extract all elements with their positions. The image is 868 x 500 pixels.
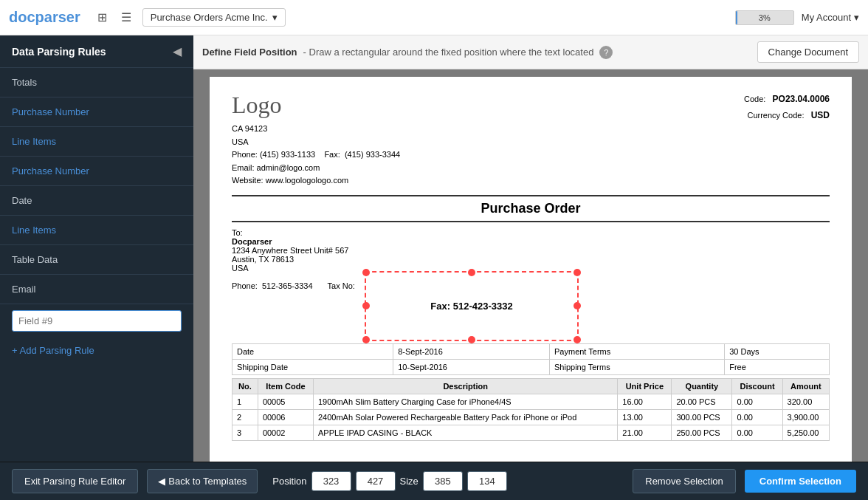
content-area: Define Field Position - Draw a rectangul…: [193, 35, 868, 462]
handle-tl[interactable]: [362, 269, 370, 276]
handle-tm[interactable]: [468, 269, 475, 276]
position-x-input[interactable]: [311, 471, 351, 491]
sidebar-item-label: Totals: [12, 77, 37, 88]
doc-taxno: Tax No:: [328, 281, 355, 338]
purchase-order-title: Purchase Order: [232, 195, 830, 222]
sidebar-item-label: Date: [12, 195, 32, 206]
doc-code-value: PO23.04.0006: [773, 94, 830, 104]
chevron-left-icon: ◀: [158, 476, 165, 487]
doc-addr-ca: CA 94123: [232, 123, 400, 136]
table-row: Shipping Date 10-Sept-2016 Shipping Term…: [232, 359, 830, 374]
sidebar-item-label: Line Items: [12, 136, 56, 147]
sidebar-item-date[interactable]: Date: [0, 186, 193, 216]
handle-tr[interactable]: [574, 269, 581, 276]
position-y-input[interactable]: [356, 471, 396, 491]
sidebar-title: Data Parsing Rules: [12, 46, 106, 58]
handle-mr[interactable]: [574, 302, 581, 309]
handle-ml[interactable]: [362, 302, 370, 309]
position-label: Position: [272, 476, 306, 487]
doc-to: To: Docparser 1234 Anywhere Street Unit#…: [232, 228, 830, 273]
doc-phone: Phone: (415) 933-1133 Fax: (415) 933-334…: [232, 148, 400, 162]
selection-text: Fax: 512-423-3332: [430, 301, 512, 312]
exit-parsing-rule-editor-button[interactable]: Exit Parsing Rule Editor: [12, 469, 138, 493]
doc-phone2: Phone: 512-365-3334: [232, 281, 313, 338]
menu-icon[interactable]: ☰: [119, 10, 134, 25]
sidebar-item-purchase-number-1[interactable]: Purchase Number: [0, 97, 193, 127]
doc-website: Website: www.logologologo.com: [232, 174, 400, 188]
doc-currency-value: USD: [811, 110, 830, 120]
confirm-selection-button[interactable]: Confirm Selection: [745, 470, 856, 493]
bottom-bar: Exit Parsing Rule Editor ◀ Back to Templ…: [0, 462, 868, 500]
doc-address: CA 94123 USA Phone: (415) 933-1133 Fax: …: [232, 123, 400, 188]
selection-box[interactable]: Fax: 512-423-3332: [365, 271, 579, 341]
back-to-templates-button[interactable]: ◀ Back to Templates: [147, 469, 258, 493]
table-row: 3 00002 APPLE IPAD CASING - BLACK 21.00 …: [232, 425, 830, 440]
sidebar-item-label: Purchase Number: [12, 106, 89, 117]
doc-email: Email: admin@logo.com: [232, 162, 400, 175]
sidebar-collapse-icon[interactable]: ◀: [173, 44, 182, 58]
sidebar-item-totals[interactable]: Totals: [0, 68, 193, 97]
sidebar-item-label: Line Items: [12, 225, 56, 236]
table-header-row: No. Item Code Description Unit Price Qua…: [232, 378, 830, 394]
sidebar-item-label: Table Data: [12, 254, 58, 265]
my-account-menu[interactable]: My Account ▾: [802, 12, 859, 23]
doc-code-row: Code: PO23.04.0006: [744, 92, 830, 108]
doc-logo: Logo: [232, 92, 400, 119]
back-label: Back to Templates: [168, 476, 247, 487]
progress-bar: 3%: [735, 10, 794, 25]
change-document-button[interactable]: Change Document: [757, 41, 859, 63]
workspace-dropdown[interactable]: Purchase Orders Acme Inc. ▾: [142, 8, 286, 27]
add-parsing-rule-button[interactable]: + Add Parsing Rule: [0, 338, 193, 363]
sidebar: Data Parsing Rules ◀ Totals Purchase Num…: [0, 35, 193, 462]
define-field-bar: Define Field Position - Draw a rectangul…: [193, 35, 868, 69]
progress-label: 3%: [736, 11, 793, 24]
document-preview[interactable]: Logo CA 94123 USA Phone: (415) 933-1133 …: [193, 69, 868, 462]
position-group: Position Size: [272, 471, 507, 491]
field-name-input[interactable]: [12, 310, 182, 332]
define-bar-description: - Draw a rectangular around the fixed po…: [303, 47, 594, 58]
my-account-label: My Account: [802, 12, 851, 23]
sidebar-item-label: Purchase Number: [12, 165, 89, 177]
workspace-label: Purchase Orders Acme Inc.: [151, 12, 268, 23]
remove-selection-button[interactable]: Remove Selection: [633, 469, 736, 493]
doc-info-table: Date 8-Sept-2016 Payment Terms 30 Days S…: [232, 343, 830, 375]
main-layout: Data Parsing Rules ◀ Totals Purchase Num…: [0, 35, 868, 462]
topbar: docparser ⊞ ☰ Purchase Orders Acme Inc. …: [0, 0, 868, 35]
help-icon[interactable]: ?: [599, 46, 613, 59]
sidebar-item-line-items-1[interactable]: Line Items: [0, 127, 193, 157]
document-content: Logo CA 94123 USA Phone: (415) 933-1133 …: [210, 77, 852, 462]
topbar-right: 3% My Account ▾: [735, 10, 859, 25]
logo-parser: parser: [35, 9, 80, 25]
handle-bm[interactable]: [468, 336, 475, 343]
doc-contact-row: Phone: 512-365-3334 Tax No:: [232, 278, 830, 338]
size-height-input[interactable]: [467, 471, 507, 491]
table-row: 2 00006 2400mAh Solar Powered Rechargeab…: [232, 409, 830, 425]
sidebar-item-label: Email: [12, 284, 36, 295]
sidebar-header: Data Parsing Rules ◀: [0, 35, 193, 68]
table-row: 1 00005 1900mAh Slim Battery Charging Ca…: [232, 394, 830, 409]
handle-br[interactable]: [574, 336, 581, 343]
sidebar-item-email[interactable]: Email: [0, 275, 193, 304]
sidebar-field-input-container: [0, 304, 193, 338]
grid-icon[interactable]: ⊞: [95, 10, 110, 25]
doc-header: Logo CA 94123 USA Phone: (415) 933-1133 …: [232, 92, 830, 188]
chevron-down-icon: ▾: [272, 12, 278, 23]
logo: docparser: [9, 9, 80, 26]
size-label: Size: [400, 476, 418, 487]
handle-bl[interactable]: [362, 336, 370, 343]
doc-codes: Code: PO23.04.0006 Currency Code: USD: [744, 92, 830, 188]
table-row: Date 8-Sept-2016 Payment Terms 30 Days: [232, 343, 830, 359]
define-bar-title: Define Field Position: [202, 47, 297, 58]
logo-doc: doc: [9, 9, 35, 25]
doc-currency-row: Currency Code: USD: [744, 108, 830, 124]
doc-addr-usa: USA: [232, 136, 400, 149]
sidebar-item-line-items-2[interactable]: Line Items: [0, 216, 193, 245]
line-items-table: No. Item Code Description Unit Price Qua…: [232, 378, 830, 441]
sidebar-item-purchase-number-2[interactable]: Purchase Number: [0, 157, 193, 186]
sidebar-item-table-data[interactable]: Table Data: [0, 245, 193, 275]
size-width-input[interactable]: [423, 471, 463, 491]
chevron-down-icon: ▾: [854, 12, 859, 23]
doc-left-header: Logo CA 94123 USA Phone: (415) 933-1133 …: [232, 92, 400, 188]
